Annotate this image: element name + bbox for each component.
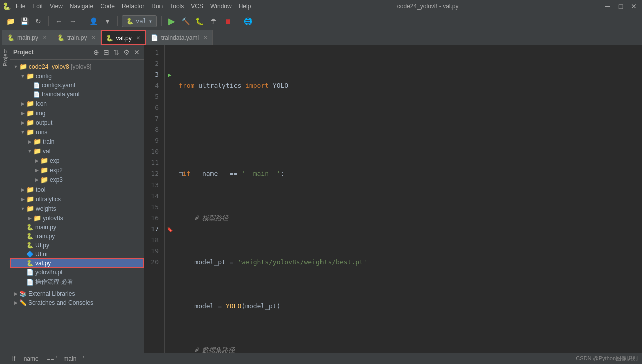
- tree-item-exp[interactable]: ▶ 📁 exp: [10, 156, 144, 165]
- tree-item-configs-yaml[interactable]: ▶ 📄 configs.yaml: [10, 81, 144, 90]
- sidebar-close-btn[interactable]: ✕: [133, 47, 141, 57]
- tree-item-icon[interactable]: ▶ 📁 icon: [10, 99, 144, 108]
- main-layout: Project Project ⊕ ⊟ ⇅ ⚙ ✕ ▼ 📁 code24_yol…: [0, 45, 642, 353]
- status-bar: if __name__ == '__main__' CSDN @Python图像…: [0, 353, 642, 364]
- tab-label-train-py: train.py: [67, 34, 87, 41]
- code-line-1: from ultralytics import YOLO: [179, 80, 638, 91]
- tree-yolov8s-folder: 📁: [33, 214, 41, 222]
- run-config-arrow: ▾: [149, 18, 152, 25]
- menu-vcs[interactable]: VCS: [188, 2, 206, 11]
- menu-run[interactable]: Run: [148, 2, 166, 11]
- menu-refactor[interactable]: Refactor: [119, 2, 147, 11]
- tree-item-tool[interactable]: ▶ 📁 tool: [10, 185, 144, 194]
- tree-item-img[interactable]: ▶ 📁 img: [10, 108, 144, 118]
- menu-help[interactable]: Help: [236, 2, 254, 11]
- tab-close-traindata-yaml[interactable]: ✕: [203, 35, 207, 40]
- code-content[interactable]: from ultralytics import YOLO □ if __name…: [175, 45, 642, 353]
- tree-exp3-label: exp3: [50, 176, 63, 184]
- sidebar-toolbar: Project ⊕ ⊟ ⇅ ⚙ ✕: [10, 45, 144, 60]
- tree-exp-label: exp: [50, 157, 59, 164]
- tree-item-train[interactable]: ▶ 📁 train: [10, 137, 144, 146]
- separator-2: [83, 16, 83, 26]
- tree-item-ui-py[interactable]: ▶ 🐍 UI.py: [10, 241, 144, 250]
- tree-item-val-py[interactable]: ▶ 🐍 val.py: [10, 259, 144, 268]
- tree-root[interactable]: ▼ 📁 code24_yolov8 [yolov8]: [10, 62, 144, 71]
- debug-button[interactable]: 🐛: [194, 15, 206, 27]
- nav-dropdown[interactable]: ▾: [101, 15, 113, 27]
- tree-item-val[interactable]: ▼ 📁 val: [10, 146, 144, 156]
- sidebar-expand-btn[interactable]: ⊕: [92, 47, 100, 57]
- line-num-3: 3: [146, 69, 162, 80]
- line-num-1: 1: [146, 47, 162, 58]
- build-button[interactable]: 🔨: [180, 15, 192, 27]
- code-editor[interactable]: 1 2 3 4 5 6 7 8 9 10 11 12 13 14 15 16 1…: [144, 45, 642, 353]
- nav-button[interactable]: 👤: [87, 15, 99, 27]
- tree-ext-arrow: ▶: [12, 291, 19, 296]
- tree-item-runs[interactable]: ▼ 📁 runs: [10, 127, 144, 137]
- tree-item-config[interactable]: ▼ 📁 config: [10, 71, 144, 81]
- tabs-bar: 🐍 main.py ✕ 🐍 train.py ✕ 🐍 val.py ✕ 📄 tr…: [0, 30, 642, 45]
- tree-configs-icon: 📄: [33, 82, 40, 89]
- sidebar-sort-btn[interactable]: ⇅: [112, 47, 120, 57]
- tab-close-train-py[interactable]: ✕: [91, 35, 95, 40]
- menu-view[interactable]: View: [47, 2, 66, 11]
- tree-ultralytics-folder: 📁: [26, 195, 34, 203]
- sidebar-collapse-btn[interactable]: ⊟: [102, 47, 110, 57]
- tree-item-workflow[interactable]: ▶ 📄 操作流程-必看: [10, 277, 144, 287]
- run-gutter-3[interactable]: ▶: [165, 69, 175, 80]
- tree-item-train-py[interactable]: ▶ 🐍 train.py: [10, 232, 144, 241]
- menu-file[interactable]: File: [13, 2, 28, 11]
- tab-close-val-py[interactable]: ✕: [136, 35, 140, 41]
- tree-item-external-libs[interactable]: ▶ 📚 External Libraries: [10, 289, 144, 298]
- run-config-selector[interactable]: 🐍 val ▾: [122, 15, 157, 27]
- code-line-7: # 数据集路径: [179, 345, 638, 353]
- stop-button[interactable]: ⏹: [222, 15, 234, 27]
- close-button[interactable]: ✕: [628, 0, 640, 12]
- tree-item-ui-ui[interactable]: ▶ 🔷 UI.ui: [10, 250, 144, 259]
- tree-item-scratches[interactable]: ▶ ✏️ Scratches and Consoles: [10, 298, 144, 307]
- project-tab-label[interactable]: Project: [1, 45, 10, 70]
- sidebar-settings-btn[interactable]: ⚙: [122, 47, 131, 57]
- menu-code[interactable]: Code: [97, 2, 118, 11]
- tree-item-traindata[interactable]: ▶ 📄 traindata.yaml: [10, 90, 144, 99]
- menu-navigate[interactable]: Navigate: [67, 2, 96, 11]
- save-button[interactable]: 💾: [18, 15, 30, 27]
- tree-val-arrow: ▼: [26, 149, 33, 154]
- separator-1: [48, 16, 49, 26]
- left-vertical-tabs: Project: [0, 45, 10, 353]
- minimize-button[interactable]: ─: [602, 0, 614, 12]
- run-config-icon: 🐍: [126, 18, 134, 25]
- tree-item-yolov8s[interactable]: ▶ 📁 yolov8s: [10, 213, 144, 223]
- tree-yolov8n-icon: 📄: [26, 269, 34, 276]
- forward-button[interactable]: →: [67, 15, 79, 27]
- tree-item-weights[interactable]: ▼ 📁 weights: [10, 204, 144, 213]
- tree-tool-arrow: ▶: [19, 187, 26, 192]
- open-button[interactable]: 📁: [4, 15, 16, 27]
- tree-icon-arrow: ▶: [19, 101, 26, 106]
- tree-ext-icon: 📚: [19, 290, 27, 297]
- tab-close-main-py[interactable]: ✕: [43, 35, 47, 40]
- back-button[interactable]: ←: [53, 15, 65, 27]
- menu-window[interactable]: Window: [207, 2, 235, 11]
- tree-exp2-label: exp2: [50, 167, 63, 174]
- tree-icon-folder: 📁: [26, 100, 34, 107]
- tab-main-py[interactable]: 🐍 main.py ✕: [2, 30, 52, 45]
- tree-yolov8s-arrow: ▶: [26, 216, 33, 221]
- tree-item-main-py[interactable]: ▶ 🐍 main.py: [10, 223, 144, 232]
- tree-item-yolov8n[interactable]: ▶ 📄 yolov8n.pt: [10, 268, 144, 277]
- run-button[interactable]: ▶: [166, 15, 178, 27]
- sync-button[interactable]: ↻: [32, 15, 44, 27]
- menu-tools[interactable]: Tools: [167, 2, 187, 11]
- tree-item-exp2[interactable]: ▶ 📁 exp2: [10, 165, 144, 175]
- maximize-button[interactable]: □: [615, 0, 627, 12]
- menu-edit[interactable]: Edit: [29, 2, 46, 11]
- tree-item-output[interactable]: ▶ 📁 output: [10, 118, 144, 127]
- tab-val-py[interactable]: 🐍 val.py ✕: [101, 30, 145, 45]
- translate-button[interactable]: 🌐: [242, 15, 254, 27]
- tab-traindata-yaml[interactable]: 📄 traindata.yaml ✕: [146, 30, 213, 45]
- tree-item-ultralytics[interactable]: ▶ 📁 ultralytics: [10, 194, 144, 204]
- tree-item-exp3[interactable]: ▶ 📁 exp3: [10, 175, 144, 185]
- line-num-12: 12: [146, 168, 162, 179]
- coverage-button[interactable]: ☂: [208, 15, 220, 27]
- tab-train-py[interactable]: 🐍 train.py ✕: [52, 30, 101, 45]
